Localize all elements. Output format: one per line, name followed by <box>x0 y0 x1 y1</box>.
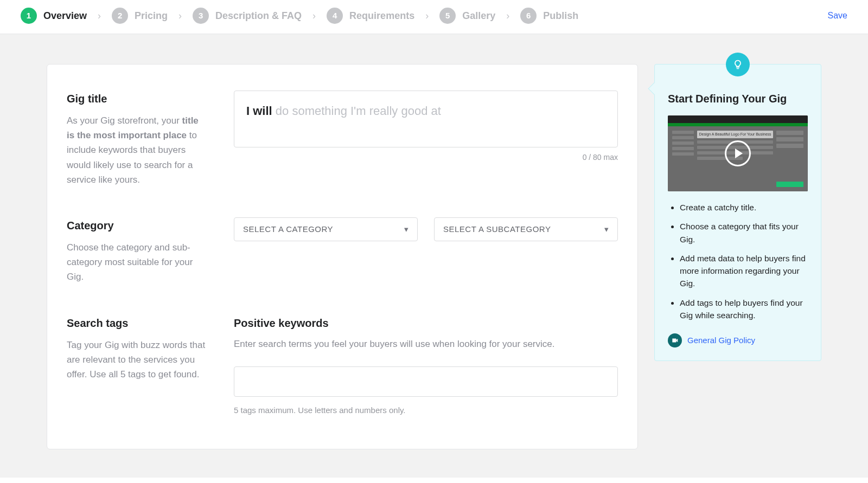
steps: 1 Overview › 2 Pricing › 3 Description &… <box>21 8 578 24</box>
chevron-right-icon: › <box>311 9 317 23</box>
gig-title-desc: As your Gig storefront, your title is th… <box>67 113 208 187</box>
step-gallery[interactable]: 5 Gallery <box>439 8 495 24</box>
general-gig-policy-link[interactable]: General Gig Policy <box>687 334 755 347</box>
step-number: 3 <box>193 8 209 24</box>
row-search-tags: Search tags Tag your Gig with buzz words… <box>67 315 618 417</box>
category-select-value: SELECT A CATEGORY <box>243 223 333 236</box>
row-category: Category Choose the category and sub-cat… <box>67 217 618 285</box>
chevron-right-icon: › <box>97 9 102 23</box>
step-number: 6 <box>520 8 537 24</box>
chevron-right-icon: › <box>177 9 183 23</box>
policy-row: General Gig Policy <box>668 333 808 347</box>
caret-down-icon: ▾ <box>404 223 409 236</box>
gig-title-prefix: I will <box>246 104 272 118</box>
search-tags-desc: Tag your Gig with buzz words that are re… <box>67 338 208 382</box>
category-select[interactable]: SELECT A CATEGORY ▾ <box>234 217 418 242</box>
play-icon <box>668 115 808 191</box>
row-gig-title: Gig title As your Gig storefront, your t… <box>67 91 618 187</box>
step-overview[interactable]: 1 Overview <box>21 8 87 24</box>
gig-title-char-count: 0 / 80 max <box>234 152 618 163</box>
save-link[interactable]: Save <box>828 9 847 22</box>
desc-pre: As your Gig storefront, your <box>67 115 182 126</box>
step-number: 5 <box>439 8 456 24</box>
step-number: 4 <box>327 8 343 24</box>
chevron-right-icon: › <box>424 9 430 23</box>
gig-title-placeholder: do something I'm really good at <box>276 104 441 118</box>
lightbulb-icon <box>726 53 750 76</box>
caret-down-icon: ▾ <box>604 223 609 236</box>
step-label: Pricing <box>135 9 168 23</box>
tip-list-item: Choose a category that fits your Gig. <box>680 220 808 246</box>
gig-title-input[interactable]: I will do something I'm really good at <box>234 91 618 147</box>
step-description[interactable]: 3 Description & FAQ <box>193 8 302 24</box>
tip-title: Start Defining Your Gig <box>668 91 808 107</box>
positive-keywords-label: Positive keywords <box>234 315 618 331</box>
tip-panel: Start Defining Your Gig Design A Beautif… <box>654 64 821 361</box>
step-label: Gallery <box>462 9 495 23</box>
page-body: Gig title As your Gig storefront, your t… <box>0 34 868 478</box>
step-publish[interactable]: 6 Publish <box>520 8 578 24</box>
category-label: Category <box>67 217 208 234</box>
search-tags-label: Search tags <box>67 315 208 331</box>
tip-list-item: Create a catchy title. <box>680 201 808 214</box>
step-label: Publish <box>543 9 578 23</box>
step-number: 2 <box>112 8 128 24</box>
chevron-right-icon: › <box>505 9 510 23</box>
tip-list-item: Add meta data to help buyers find more i… <box>680 252 808 290</box>
step-label: Requirements <box>349 9 414 23</box>
subcategory-select[interactable]: SELECT A SUBCATEGORY ▾ <box>434 217 618 242</box>
step-label: Overview <box>43 9 87 23</box>
gig-title-label: Gig title <box>67 91 208 107</box>
step-number: 1 <box>21 8 37 24</box>
step-label: Description & FAQ <box>215 9 302 23</box>
step-requirements[interactable]: 4 Requirements <box>327 8 414 24</box>
step-nav: 1 Overview › 2 Pricing › 3 Description &… <box>0 0 868 34</box>
tip-video[interactable]: Design A Beautiful Logo For Your Busines… <box>668 115 808 191</box>
tags-input[interactable] <box>234 366 618 397</box>
category-desc: Choose the category and sub-category mos… <box>67 240 208 285</box>
video-icon <box>668 333 682 347</box>
subcategory-select-value: SELECT A SUBCATEGORY <box>443 223 551 236</box>
step-pricing[interactable]: 2 Pricing <box>112 8 168 24</box>
positive-keywords-desc: Enter search terms you feel your buyers … <box>234 337 618 351</box>
tip-list: Create a catchy title. Choose a category… <box>668 201 808 321</box>
tip-list-item: Add tags to help buyers find your Gig wh… <box>680 297 808 322</box>
form-card: Gig title As your Gig storefront, your t… <box>47 64 638 449</box>
tags-hint: 5 tags maximum. Use letters and numbers … <box>234 404 618 417</box>
